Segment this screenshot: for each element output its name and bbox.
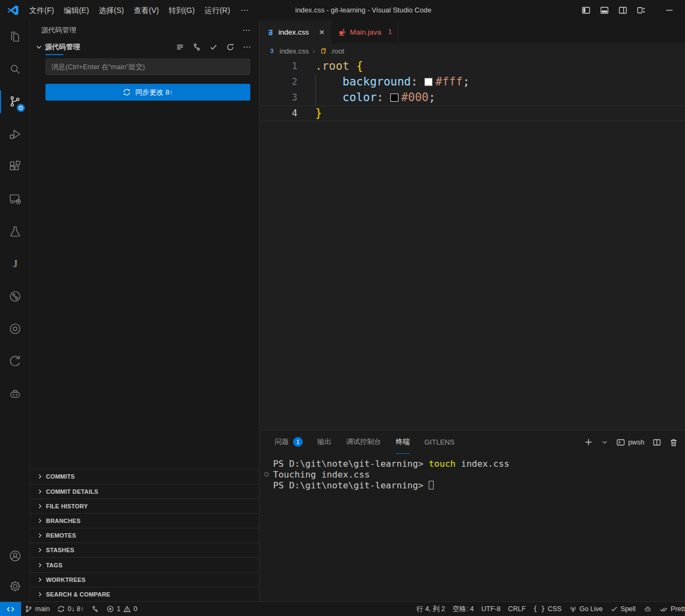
explorer-icon[interactable] [0, 21, 30, 53]
commit-check-icon[interactable] [209, 43, 218, 51]
panel-tab-gitlens[interactable]: GITLENS [424, 430, 455, 454]
code-line[interactable]: 1.root { [260, 58, 685, 74]
section-label: TAGS [46, 562, 63, 568]
sidebar-section-branches[interactable]: BRANCHES [30, 513, 259, 528]
toggle-primary-sidebar-icon[interactable] [577, 0, 595, 21]
sidebar-more-actions-icon[interactable]: ⋯ [242, 25, 250, 35]
remote-explorer-icon[interactable] [0, 183, 30, 215]
tab-index-css[interactable]: ᴟ3 index.css × [260, 21, 331, 43]
view-as-list-icon[interactable] [176, 43, 184, 51]
panel-tab-问题[interactable]: 问题1 [275, 430, 303, 454]
terminal-shell-item[interactable]: pwsh [616, 438, 644, 447]
split-terminal-icon[interactable] [653, 438, 661, 447]
java-project-icon[interactable]: J [0, 248, 30, 280]
scm-section-header[interactable]: 源代码管理 ⋯ [30, 39, 259, 54]
panel-tab-输出[interactable]: 输出 [317, 430, 331, 454]
panel-tab-bar: 问题1输出调试控制台终端GITLENS pwsh [260, 430, 685, 454]
sidebar-section-commit-details[interactable]: COMMIT DETAILS [30, 484, 259, 499]
panel-tab-终端[interactable]: 终端 [396, 430, 410, 454]
terminal-dropdown-icon[interactable] [601, 439, 608, 446]
menu-item[interactable]: 选择(S) [94, 0, 129, 21]
scm-more-actions-icon[interactable]: ⋯ [243, 42, 251, 52]
command-decoration-icon[interactable] [264, 472, 269, 476]
account-icon[interactable] [0, 541, 30, 571]
menu-item[interactable]: 编辑(E) [59, 0, 94, 21]
chevron-right-icon [36, 532, 44, 539]
new-terminal-icon[interactable] [584, 438, 593, 447]
kill-terminal-icon[interactable] [669, 438, 678, 447]
settings-gear-icon[interactable] [0, 571, 30, 601]
svg-text:3: 3 [270, 48, 274, 54]
sidebar-section-worktrees[interactable]: WORKTREES [30, 572, 259, 587]
menu-item[interactable]: 文件(F) [24, 0, 59, 21]
testing-icon[interactable] [0, 215, 30, 248]
sync-status[interactable]: 0↓ 8↑ [54, 602, 88, 616]
commit-message-input[interactable] [46, 63, 250, 71]
svg-text:3: 3 [269, 28, 272, 36]
terminal-line: PS D:\git\note\git-learning> [273, 480, 685, 491]
code-editor[interactable]: 1.root {2 background: #fff;3 color: #000… [260, 58, 685, 430]
extensions-icon[interactable] [0, 150, 30, 183]
breadcrumb-symbol[interactable]: .root [330, 47, 344, 55]
breadcrumb-file[interactable]: index.css [280, 47, 309, 55]
copilot-status[interactable] [640, 602, 656, 616]
run-debug-icon[interactable] [0, 118, 30, 150]
refresh-icon[interactable] [226, 43, 235, 51]
branch-indicator[interactable]: main [21, 602, 54, 616]
menu-item[interactable]: 转到(G) [164, 0, 199, 21]
copilot-chat-icon[interactable] [0, 377, 30, 410]
code-line[interactable]: 3 color: #000; [260, 90, 685, 105]
sidebar-section-stashes[interactable]: STASHES [30, 542, 259, 557]
terminal-line: Touching index.css [273, 469, 685, 480]
minimize-button[interactable] [660, 0, 679, 21]
commit-graph-status[interactable] [88, 602, 103, 616]
git-graph-icon[interactable] [0, 280, 30, 313]
vscode-window: 文件(F)编辑(E)选择(S)查看(V)转到(G)运行(R) ⋯ index.c… [0, 0, 685, 616]
close-tab-icon[interactable]: × [319, 28, 324, 37]
title-bar: 文件(F)编辑(E)选择(S)查看(V)转到(G)运行(R) ⋯ index.c… [0, 0, 685, 21]
sidebar-section-commits[interactable]: COMMITS [30, 469, 259, 483]
broadcast-icon [569, 605, 577, 613]
prettier-status[interactable]: Prett [656, 602, 685, 616]
indentation[interactable]: 空格: 4 [449, 602, 477, 616]
section-label: REMOTES [46, 532, 76, 539]
circle-dot-icon[interactable] [0, 313, 30, 345]
menu-item[interactable]: 运行(R) [199, 0, 235, 21]
commit-graph-icon [91, 605, 99, 613]
menu-item[interactable]: 查看(V) [129, 0, 164, 21]
commit-message-box [45, 58, 250, 75]
toggle-secondary-sidebar-icon[interactable] [614, 0, 632, 21]
language-mode[interactable]: { } CSS [529, 602, 565, 616]
cursor-position[interactable]: 行 4, 列 2 [413, 602, 449, 616]
terminal[interactable]: PS D:\git\note\git-learning> touch index… [260, 454, 685, 601]
tab-main-java[interactable]: Main.java 1 [331, 21, 398, 43]
toggle-panel-icon[interactable] [595, 0, 614, 21]
java-file-icon [338, 28, 346, 36]
sidebar-section-file-history[interactable]: FILE HISTORY [30, 499, 259, 513]
search-icon[interactable] [0, 53, 30, 85]
source-control-sidebar: 源代码管理 ⋯ 源代码管理 ⋯ 同步更改 8↑ [30, 21, 260, 601]
code-line[interactable]: 2 background: #fff; [260, 74, 685, 90]
chevron-right-icon [36, 546, 44, 554]
sidebar-section-tags[interactable]: TAGS [30, 557, 259, 572]
problems-status[interactable]: 1 0 [103, 602, 141, 616]
commit-graph-icon[interactable] [192, 43, 201, 51]
css-file-icon: 3 [268, 47, 276, 55]
menu-more-button[interactable]: ⋯ [235, 5, 254, 15]
go-live-button[interactable]: Go Live [566, 602, 607, 616]
panel-tab-调试控制台[interactable]: 调试控制台 [346, 430, 381, 454]
sidebar-section-remotes[interactable]: REMOTES [30, 528, 259, 542]
customize-layout-icon[interactable] [632, 0, 650, 21]
breadcrumb: 3 index.css › .root [260, 43, 685, 58]
sync-changes-button[interactable]: 同步更改 8↑ [45, 84, 250, 101]
gitlens-icon[interactable] [0, 345, 30, 377]
eol-sequence[interactable]: CRLF [504, 602, 530, 616]
spell-checker[interactable]: Spell [607, 602, 640, 616]
remote-indicator[interactable] [0, 602, 21, 616]
source-control-icon[interactable] [0, 85, 30, 118]
code-line[interactable]: 4} [260, 105, 685, 121]
encoding[interactable]: UTF-8 [477, 602, 504, 616]
color-swatch[interactable] [390, 94, 398, 102]
sidebar-section-search-compare[interactable]: SEARCH & COMPARE [30, 587, 259, 601]
color-swatch[interactable] [424, 78, 433, 86]
